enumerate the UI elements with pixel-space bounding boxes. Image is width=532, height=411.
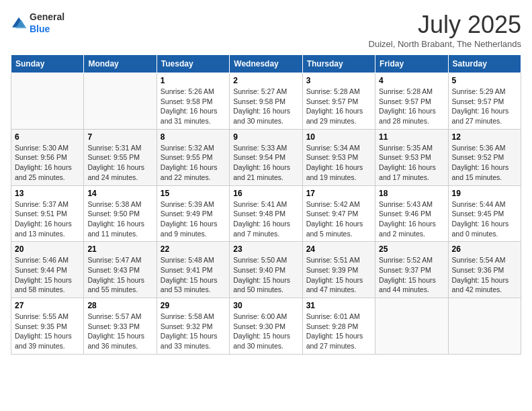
calendar-header-friday: Friday (375, 55, 448, 73)
day-number: 27 (15, 301, 80, 310)
day-info: Sunrise: 5:28 AM Sunset: 9:57 PM Dayligh… (379, 87, 444, 126)
day-number: 10 (306, 132, 371, 142)
calendar-week-3: 13Sunrise: 5:37 AM Sunset: 9:51 PM Dayli… (11, 185, 521, 242)
day-info: Sunrise: 5:36 AM Sunset: 9:52 PM Dayligh… (452, 143, 517, 183)
calendar-cell: 12Sunrise: 5:36 AM Sunset: 9:52 PM Dayli… (448, 129, 521, 185)
calendar-header-thursday: Thursday (302, 55, 375, 73)
day-info: Sunrise: 5:42 AM Sunset: 9:47 PM Dayligh… (306, 199, 371, 239)
calendar-cell (448, 298, 521, 355)
calendar-cell: 2Sunrise: 5:27 AM Sunset: 9:58 PM Daylig… (230, 73, 302, 130)
calendar-cell: 17Sunrise: 5:42 AM Sunset: 9:47 PM Dayli… (302, 185, 375, 242)
logo-blue-text: Blue (30, 24, 50, 34)
calendar-cell: 25Sunrise: 5:52 AM Sunset: 9:37 PM Dayli… (375, 242, 448, 298)
day-info: Sunrise: 5:29 AM Sunset: 9:57 PM Dayligh… (452, 87, 517, 126)
day-info: Sunrise: 5:46 AM Sunset: 9:44 PM Dayligh… (15, 255, 80, 295)
calendar-cell: 8Sunrise: 5:32 AM Sunset: 9:55 PM Daylig… (157, 129, 229, 185)
calendar-cell: 21Sunrise: 5:47 AM Sunset: 9:43 PM Dayli… (84, 242, 157, 298)
day-number: 11 (379, 132, 444, 142)
calendar-cell: 30Sunrise: 6:00 AM Sunset: 9:30 PM Dayli… (230, 298, 302, 355)
calendar-cell: 14Sunrise: 5:38 AM Sunset: 9:50 PM Dayli… (84, 185, 157, 242)
day-info: Sunrise: 5:50 AM Sunset: 9:40 PM Dayligh… (233, 255, 298, 295)
day-number: 16 (233, 189, 298, 198)
calendar-header-tuesday: Tuesday (157, 55, 229, 73)
calendar-cell: 15Sunrise: 5:39 AM Sunset: 9:49 PM Dayli… (157, 185, 229, 242)
calendar-cell: 19Sunrise: 5:44 AM Sunset: 9:45 PM Dayli… (448, 185, 521, 242)
calendar-cell: 10Sunrise: 5:34 AM Sunset: 9:53 PM Dayli… (302, 129, 375, 185)
day-number: 24 (306, 244, 371, 254)
calendar-cell: 24Sunrise: 5:51 AM Sunset: 9:39 PM Dayli… (302, 242, 375, 298)
day-info: Sunrise: 5:54 AM Sunset: 9:36 PM Dayligh… (452, 255, 517, 295)
calendar-cell: 7Sunrise: 5:31 AM Sunset: 9:55 PM Daylig… (84, 129, 157, 185)
day-info: Sunrise: 6:00 AM Sunset: 9:30 PM Dayligh… (233, 312, 298, 351)
day-info: Sunrise: 5:44 AM Sunset: 9:45 PM Dayligh… (452, 199, 517, 239)
day-info: Sunrise: 5:30 AM Sunset: 9:56 PM Dayligh… (15, 143, 80, 183)
day-info: Sunrise: 5:43 AM Sunset: 9:46 PM Dayligh… (379, 199, 444, 239)
day-info: Sunrise: 5:32 AM Sunset: 9:55 PM Dayligh… (161, 143, 226, 183)
day-number: 19 (452, 189, 517, 198)
calendar-cell: 26Sunrise: 5:54 AM Sunset: 9:36 PM Dayli… (448, 242, 521, 298)
day-info: Sunrise: 5:27 AM Sunset: 9:58 PM Dayligh… (233, 87, 298, 126)
day-info: Sunrise: 5:52 AM Sunset: 9:37 PM Dayligh… (379, 255, 444, 295)
day-number: 25 (379, 244, 444, 254)
calendar-cell (11, 73, 84, 130)
day-number: 4 (379, 76, 444, 85)
calendar-cell: 27Sunrise: 5:55 AM Sunset: 9:35 PM Dayli… (11, 298, 84, 355)
day-info: Sunrise: 5:41 AM Sunset: 9:48 PM Dayligh… (233, 199, 298, 239)
day-number: 3 (306, 76, 371, 85)
day-info: Sunrise: 5:38 AM Sunset: 9:50 PM Dayligh… (87, 199, 152, 239)
calendar-cell: 20Sunrise: 5:46 AM Sunset: 9:44 PM Dayli… (11, 242, 84, 298)
calendar-cell: 29Sunrise: 5:58 AM Sunset: 9:32 PM Dayli… (157, 298, 229, 355)
calendar-cell: 4Sunrise: 5:28 AM Sunset: 9:57 PM Daylig… (375, 73, 448, 130)
logo-general-text: General (30, 11, 64, 22)
day-number: 29 (161, 301, 226, 310)
calendar-week-4: 20Sunrise: 5:46 AM Sunset: 9:44 PM Dayli… (11, 242, 521, 298)
month-title: July 2025 (369, 11, 521, 39)
calendar-week-5: 27Sunrise: 5:55 AM Sunset: 9:35 PM Dayli… (11, 298, 521, 355)
day-number: 28 (87, 301, 152, 310)
day-info: Sunrise: 5:37 AM Sunset: 9:51 PM Dayligh… (15, 199, 80, 239)
calendar-cell (375, 298, 448, 355)
title-area: July 2025 Duizel, North Brabant, The Net… (369, 11, 521, 49)
calendar-cell: 23Sunrise: 5:50 AM Sunset: 9:40 PM Dayli… (230, 242, 302, 298)
calendar-table: SundayMondayTuesdayWednesdayThursdayFrid… (11, 54, 521, 355)
day-number: 7 (87, 132, 152, 142)
calendar-cell: 18Sunrise: 5:43 AM Sunset: 9:46 PM Dayli… (375, 185, 448, 242)
day-number: 31 (306, 301, 371, 310)
calendar-cell: 22Sunrise: 5:48 AM Sunset: 9:41 PM Dayli… (157, 242, 229, 298)
day-number: 14 (87, 189, 152, 198)
day-info: Sunrise: 5:33 AM Sunset: 9:54 PM Dayligh… (233, 143, 298, 183)
day-number: 2 (233, 76, 298, 85)
calendar-header-monday: Monday (84, 55, 157, 73)
day-info: Sunrise: 5:51 AM Sunset: 9:39 PM Dayligh… (306, 255, 371, 295)
day-number: 8 (161, 132, 226, 142)
logo-icon (11, 16, 27, 30)
day-number: 15 (161, 189, 226, 198)
calendar-cell: 11Sunrise: 5:35 AM Sunset: 9:53 PM Dayli… (375, 129, 448, 185)
day-number: 13 (15, 189, 80, 198)
day-number: 18 (379, 189, 444, 198)
calendar-cell: 28Sunrise: 5:57 AM Sunset: 9:33 PM Dayli… (84, 298, 157, 355)
day-info: Sunrise: 5:48 AM Sunset: 9:41 PM Dayligh… (161, 255, 226, 295)
day-info: Sunrise: 5:31 AM Sunset: 9:55 PM Dayligh… (87, 143, 152, 183)
calendar-cell: 9Sunrise: 5:33 AM Sunset: 9:54 PM Daylig… (230, 129, 302, 185)
day-number: 1 (161, 76, 226, 85)
day-number: 26 (452, 244, 517, 254)
day-info: Sunrise: 5:47 AM Sunset: 9:43 PM Dayligh… (87, 255, 152, 295)
calendar-cell: 16Sunrise: 5:41 AM Sunset: 9:48 PM Dayli… (230, 185, 302, 242)
day-number: 20 (15, 244, 80, 254)
day-number: 17 (306, 189, 371, 198)
day-info: Sunrise: 5:39 AM Sunset: 9:49 PM Dayligh… (161, 199, 226, 239)
calendar-cell: 31Sunrise: 6:01 AM Sunset: 9:28 PM Dayli… (302, 298, 375, 355)
page-header: General Blue July 2025 Duizel, North Bra… (11, 11, 521, 49)
calendar-cell (84, 73, 157, 130)
day-number: 5 (452, 76, 517, 85)
calendar-cell: 3Sunrise: 5:28 AM Sunset: 9:57 PM Daylig… (302, 73, 375, 130)
day-number: 12 (452, 132, 517, 142)
day-number: 9 (233, 132, 298, 142)
calendar-cell: 13Sunrise: 5:37 AM Sunset: 9:51 PM Dayli… (11, 185, 84, 242)
day-info: Sunrise: 5:55 AM Sunset: 9:35 PM Dayligh… (15, 312, 80, 351)
day-info: Sunrise: 5:35 AM Sunset: 9:53 PM Dayligh… (379, 143, 444, 183)
day-info: Sunrise: 5:58 AM Sunset: 9:32 PM Dayligh… (161, 312, 226, 351)
calendar-cell: 5Sunrise: 5:29 AM Sunset: 9:57 PM Daylig… (448, 73, 521, 130)
calendar-header-sunday: Sunday (11, 55, 84, 73)
